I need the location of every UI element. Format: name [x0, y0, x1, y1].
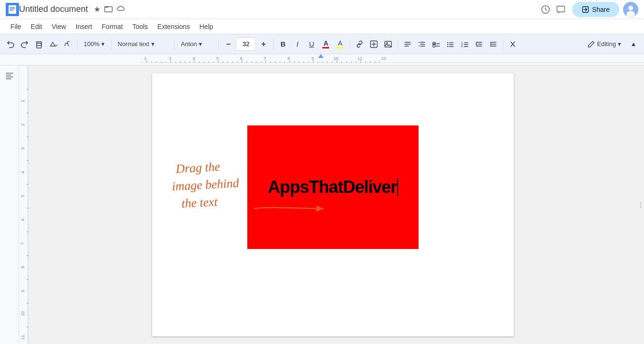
print-button[interactable]	[32, 37, 46, 51]
svg-text:2: 2	[20, 124, 25, 126]
text-color-button[interactable]: A	[319, 37, 332, 51]
toolbar-sep-3	[174, 39, 175, 49]
bullet-list-button[interactable]	[444, 37, 457, 51]
undo-button[interactable]	[4, 37, 17, 51]
svg-text:Drag the: Drag the	[175, 160, 221, 176]
italic-button[interactable]: I	[291, 37, 304, 51]
bold-button[interactable]: B	[276, 37, 290, 51]
vertical-ruler: 1 2 3 4 5 6 7 8 9 10 11	[19, 66, 29, 344]
document-title[interactable]: Untitled document	[19, 4, 88, 14]
menu-view[interactable]: View	[47, 21, 71, 32]
comment-button[interactable]	[553, 2, 568, 17]
font-selector[interactable]: Anton ▾	[177, 37, 215, 51]
numbered-list-button[interactable]: 1.2.	[458, 37, 471, 51]
svg-text:1: 1	[20, 100, 25, 102]
svg-point-14	[40, 44, 41, 45]
svg-text:9: 9	[312, 56, 314, 61]
menu-extensions[interactable]: Extensions	[153, 21, 195, 32]
svg-point-20	[448, 42, 449, 43]
menu-format[interactable]: Format	[97, 21, 127, 32]
toolbar-sep-5	[273, 39, 273, 49]
svg-rect-2	[10, 7, 15, 8]
svg-text:10: 10	[20, 311, 25, 316]
svg-marker-114	[316, 205, 323, 212]
text-cursor	[397, 178, 398, 196]
user-avatar[interactable]	[623, 2, 638, 17]
align-button[interactable]	[401, 37, 414, 51]
toolbar: 100% ▾ Normal text ▾ Anton ▾ − 32 + B I …	[0, 34, 644, 54]
image-button[interactable]	[381, 37, 395, 51]
svg-text:9: 9	[20, 290, 25, 292]
menu-help[interactable]: Help	[195, 21, 218, 32]
svg-text:11: 11	[358, 56, 362, 61]
svg-text:12: 12	[381, 56, 386, 61]
svg-text:8: 8	[288, 56, 290, 61]
toolbar-sep-8	[503, 39, 503, 49]
collapse-toolbar-button[interactable]: ▲	[627, 37, 640, 51]
editing-mode-button[interactable]: Editing ▾	[583, 38, 626, 50]
menu-tools[interactable]: Tools	[127, 21, 153, 32]
checklist-button[interactable]	[429, 37, 443, 51]
indent-less-button[interactable]	[472, 37, 486, 51]
history-button[interactable]	[538, 2, 553, 17]
font-size-input[interactable]: 32	[236, 38, 256, 51]
collapse-icon: ▲	[631, 40, 637, 48]
svg-text:5: 5	[20, 195, 25, 197]
right-resize-handle[interactable]: ⋮	[637, 66, 644, 344]
svg-text:7: 7	[264, 56, 266, 61]
svg-text:10: 10	[334, 56, 339, 61]
underline-button[interactable]: U	[305, 37, 318, 51]
zoom-chevron: ▾	[101, 40, 105, 48]
svg-text:7: 7	[20, 242, 25, 245]
document-page: AppsThatDeliver Drag the image behind th…	[152, 73, 514, 336]
indent-more-button[interactable]	[487, 37, 500, 51]
ruler-content: 2 3 4 5 6	[140, 54, 644, 66]
editing-chevron: ▾	[618, 40, 621, 48]
paint-format-button[interactable]	[61, 37, 74, 51]
menu-file[interactable]: File	[6, 21, 26, 32]
outline-icon[interactable]	[5, 71, 14, 83]
annotation-svg: Drag the image behind the text	[162, 147, 395, 289]
cloud-icon	[117, 4, 125, 15]
toolbar-sep-7	[398, 39, 398, 49]
line-spacing-button[interactable]	[415, 37, 429, 51]
document-area[interactable]: AppsThatDeliver Drag the image behind th…	[29, 66, 637, 344]
zoom-selector[interactable]: 100% ▾	[80, 37, 108, 51]
docs-icon	[6, 3, 19, 16]
svg-rect-7	[557, 6, 565, 12]
svg-marker-87	[318, 54, 324, 58]
svg-text:4: 4	[193, 56, 195, 61]
svg-text:image behind: image behind	[172, 176, 240, 193]
share-button[interactable]: Share	[572, 2, 619, 17]
svg-point-10	[628, 6, 633, 10]
paragraph-style-selector[interactable]: Normal text ▾	[114, 37, 171, 51]
toolbar-sep-6	[350, 39, 350, 49]
svg-text:2.: 2.	[461, 44, 464, 48]
svg-text:3: 3	[20, 147, 25, 150]
editing-label: Editing	[597, 40, 616, 48]
svg-text:3: 3	[169, 56, 171, 61]
redo-button[interactable]	[18, 37, 31, 51]
clear-formatting-button[interactable]	[506, 37, 519, 51]
svg-text:11: 11	[20, 335, 25, 340]
menu-edit[interactable]: Edit	[26, 21, 47, 32]
spellcheck-button[interactable]	[47, 37, 60, 51]
svg-rect-4	[10, 10, 13, 11]
handle-icon: ⋮	[638, 201, 644, 208]
zoom-value: 100%	[84, 40, 99, 48]
folder-icon	[104, 4, 113, 15]
svg-text:4: 4	[20, 171, 25, 173]
toolbar-sep-4	[218, 39, 219, 49]
menu-insert[interactable]: Insert	[71, 21, 97, 32]
ruler: 2 3 4 5 6	[0, 54, 644, 66]
font-size-increase-button[interactable]: +	[257, 37, 270, 51]
star-icon[interactable]: ★	[94, 5, 100, 14]
font-size-decrease-button[interactable]: −	[222, 37, 235, 51]
font-value: Anton	[181, 40, 197, 48]
insert-link-button[interactable]	[367, 37, 381, 51]
font-chevron: ▾	[199, 40, 202, 48]
paragraph-style-value: Normal text	[117, 40, 149, 48]
left-sidebar	[0, 66, 19, 344]
link-button[interactable]	[353, 37, 366, 51]
highlight-color-button[interactable]: A	[333, 37, 347, 51]
